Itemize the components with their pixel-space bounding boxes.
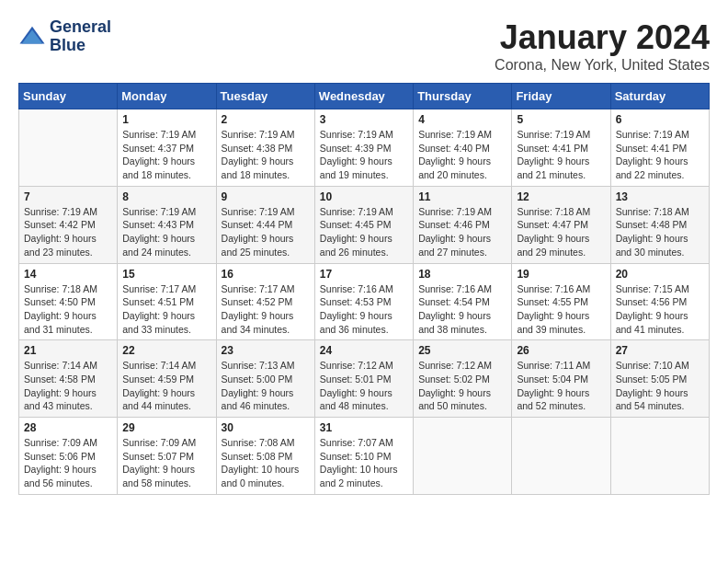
day-info: Sunrise: 7:18 AMSunset: 4:48 PMDaylight:… xyxy=(616,205,704,259)
day-info: Sunrise: 7:09 AMSunset: 5:07 PMDaylight:… xyxy=(122,436,210,490)
logo-line2: Blue xyxy=(50,37,111,55)
calendar-cell xyxy=(19,109,118,187)
day-number: 30 xyxy=(222,421,310,434)
day-info: Sunrise: 7:14 AMSunset: 4:58 PMDaylight:… xyxy=(24,359,112,413)
calendar-cell xyxy=(610,418,709,495)
calendar-cell: 1Sunrise: 7:19 AMSunset: 4:37 PMDaylight… xyxy=(118,109,216,187)
day-number: 13 xyxy=(616,190,704,203)
calendar-cell: 3Sunrise: 7:19 AMSunset: 4:39 PMDaylight… xyxy=(314,109,413,187)
day-info: Sunrise: 7:19 AMSunset: 4:42 PMDaylight:… xyxy=(24,205,112,259)
day-number: 1 xyxy=(122,113,210,126)
day-info: Sunrise: 7:17 AMSunset: 4:51 PMDaylight:… xyxy=(122,282,210,337)
calendar-cell: 24Sunrise: 7:12 AMSunset: 5:01 PMDayligh… xyxy=(314,340,413,418)
day-number: 9 xyxy=(222,190,310,203)
weekday-header: Tuesday xyxy=(216,84,314,109)
calendar-cell: 18Sunrise: 7:16 AMSunset: 4:54 PMDayligh… xyxy=(414,263,512,340)
day-number: 24 xyxy=(320,344,408,357)
calendar-cell: 4Sunrise: 7:19 AMSunset: 4:40 PMDaylight… xyxy=(414,109,512,187)
calendar-cell: 10Sunrise: 7:19 AMSunset: 4:45 PMDayligh… xyxy=(314,186,413,263)
day-number: 31 xyxy=(320,421,408,434)
day-info: Sunrise: 7:15 AMSunset: 4:56 PMDaylight:… xyxy=(616,282,704,337)
logo-text: General Blue xyxy=(50,18,111,55)
calendar-week-row: 28Sunrise: 7:09 AMSunset: 5:06 PMDayligh… xyxy=(19,418,710,495)
day-info: Sunrise: 7:16 AMSunset: 4:53 PMDaylight:… xyxy=(320,282,408,337)
day-number: 27 xyxy=(616,344,704,357)
day-number: 28 xyxy=(24,421,112,434)
calendar-cell: 2Sunrise: 7:19 AMSunset: 4:38 PMDaylight… xyxy=(216,109,314,187)
calendar-cell: 29Sunrise: 7:09 AMSunset: 5:07 PMDayligh… xyxy=(118,418,216,495)
calendar-week-row: 7Sunrise: 7:19 AMSunset: 4:42 PMDaylight… xyxy=(19,186,710,263)
day-number: 21 xyxy=(24,344,112,357)
calendar-cell: 25Sunrise: 7:12 AMSunset: 5:02 PMDayligh… xyxy=(414,340,512,418)
calendar-cell: 23Sunrise: 7:13 AMSunset: 5:00 PMDayligh… xyxy=(216,340,314,418)
day-info: Sunrise: 7:19 AMSunset: 4:41 PMDaylight:… xyxy=(517,128,605,182)
calendar-week-row: 21Sunrise: 7:14 AMSunset: 4:58 PMDayligh… xyxy=(19,340,710,418)
calendar-cell: 9Sunrise: 7:19 AMSunset: 4:44 PMDaylight… xyxy=(216,186,314,263)
weekday-header: Wednesday xyxy=(314,84,413,109)
day-number: 18 xyxy=(418,268,506,281)
day-info: Sunrise: 7:19 AMSunset: 4:40 PMDaylight:… xyxy=(418,128,506,182)
day-info: Sunrise: 7:19 AMSunset: 4:46 PMDaylight:… xyxy=(418,205,506,259)
calendar-cell: 7Sunrise: 7:19 AMSunset: 4:42 PMDaylight… xyxy=(19,186,118,263)
day-info: Sunrise: 7:17 AMSunset: 4:52 PMDaylight:… xyxy=(222,282,310,337)
day-number: 22 xyxy=(122,344,210,357)
title-area: January 2024 Corona, New York, United St… xyxy=(495,18,710,74)
calendar-cell: 13Sunrise: 7:18 AMSunset: 4:48 PMDayligh… xyxy=(610,186,709,263)
day-number: 11 xyxy=(418,190,506,203)
day-info: Sunrise: 7:19 AMSunset: 4:38 PMDaylight:… xyxy=(222,128,310,182)
calendar-cell: 16Sunrise: 7:17 AMSunset: 4:52 PMDayligh… xyxy=(216,263,314,340)
day-info: Sunrise: 7:13 AMSunset: 5:00 PMDaylight:… xyxy=(222,359,310,413)
day-info: Sunrise: 7:08 AMSunset: 5:08 PMDaylight:… xyxy=(222,436,310,490)
location-title: Corona, New York, United States xyxy=(495,57,710,74)
calendar-cell: 8Sunrise: 7:19 AMSunset: 4:43 PMDaylight… xyxy=(118,186,216,263)
calendar-cell xyxy=(414,418,512,495)
logo-line1: General xyxy=(50,18,111,37)
day-number: 8 xyxy=(122,190,210,203)
calendar-cell: 6Sunrise: 7:19 AMSunset: 4:41 PMDaylight… xyxy=(610,109,709,187)
calendar-cell: 17Sunrise: 7:16 AMSunset: 4:53 PMDayligh… xyxy=(314,263,413,340)
month-title: January 2024 xyxy=(495,18,710,57)
weekday-header: Friday xyxy=(512,84,610,109)
day-number: 7 xyxy=(24,190,112,203)
day-info: Sunrise: 7:18 AMSunset: 4:50 PMDaylight:… xyxy=(24,282,112,337)
day-info: Sunrise: 7:14 AMSunset: 4:59 PMDaylight:… xyxy=(122,359,210,413)
day-info: Sunrise: 7:19 AMSunset: 4:41 PMDaylight:… xyxy=(616,128,704,182)
day-number: 4 xyxy=(418,113,506,126)
calendar-cell: 27Sunrise: 7:10 AMSunset: 5:05 PMDayligh… xyxy=(610,340,709,418)
day-info: Sunrise: 7:19 AMSunset: 4:44 PMDaylight:… xyxy=(222,205,310,259)
weekday-header: Thursday xyxy=(414,84,512,109)
day-number: 10 xyxy=(320,190,408,203)
day-info: Sunrise: 7:19 AMSunset: 4:39 PMDaylight:… xyxy=(320,128,408,182)
calendar-cell: 22Sunrise: 7:14 AMSunset: 4:59 PMDayligh… xyxy=(118,340,216,418)
day-number: 15 xyxy=(122,268,210,281)
day-number: 25 xyxy=(418,344,506,357)
calendar-cell: 19Sunrise: 7:16 AMSunset: 4:55 PMDayligh… xyxy=(512,263,610,340)
calendar-cell: 31Sunrise: 7:07 AMSunset: 5:10 PMDayligh… xyxy=(314,418,413,495)
day-info: Sunrise: 7:12 AMSunset: 5:02 PMDaylight:… xyxy=(418,359,506,413)
day-info: Sunrise: 7:12 AMSunset: 5:01 PMDaylight:… xyxy=(320,359,408,413)
day-number: 20 xyxy=(616,268,704,281)
day-number: 2 xyxy=(222,113,310,126)
weekday-header: Saturday xyxy=(610,84,709,109)
day-number: 16 xyxy=(222,268,310,281)
day-info: Sunrise: 7:19 AMSunset: 4:37 PMDaylight:… xyxy=(122,128,210,182)
weekday-header-row: SundayMondayTuesdayWednesdayThursdayFrid… xyxy=(19,84,710,109)
day-number: 12 xyxy=(517,190,605,203)
calendar-table: SundayMondayTuesdayWednesdayThursdayFrid… xyxy=(18,83,710,495)
calendar-cell: 14Sunrise: 7:18 AMSunset: 4:50 PMDayligh… xyxy=(19,263,118,340)
calendar-cell xyxy=(512,418,610,495)
logo: General Blue xyxy=(18,18,111,55)
day-info: Sunrise: 7:07 AMSunset: 5:10 PMDaylight:… xyxy=(320,436,408,490)
day-info: Sunrise: 7:09 AMSunset: 5:06 PMDaylight:… xyxy=(24,436,112,490)
page-header: General Blue January 2024 Corona, New Yo… xyxy=(18,18,710,74)
day-number: 17 xyxy=(320,268,408,281)
day-number: 19 xyxy=(517,268,605,281)
day-number: 5 xyxy=(517,113,605,126)
day-info: Sunrise: 7:16 AMSunset: 4:54 PMDaylight:… xyxy=(418,282,506,337)
day-number: 26 xyxy=(517,344,605,357)
calendar-cell: 11Sunrise: 7:19 AMSunset: 4:46 PMDayligh… xyxy=(414,186,512,263)
day-number: 23 xyxy=(222,344,310,357)
day-info: Sunrise: 7:10 AMSunset: 5:05 PMDaylight:… xyxy=(616,359,704,413)
calendar-cell: 28Sunrise: 7:09 AMSunset: 5:06 PMDayligh… xyxy=(19,418,118,495)
calendar-week-row: 14Sunrise: 7:18 AMSunset: 4:50 PMDayligh… xyxy=(19,263,710,340)
